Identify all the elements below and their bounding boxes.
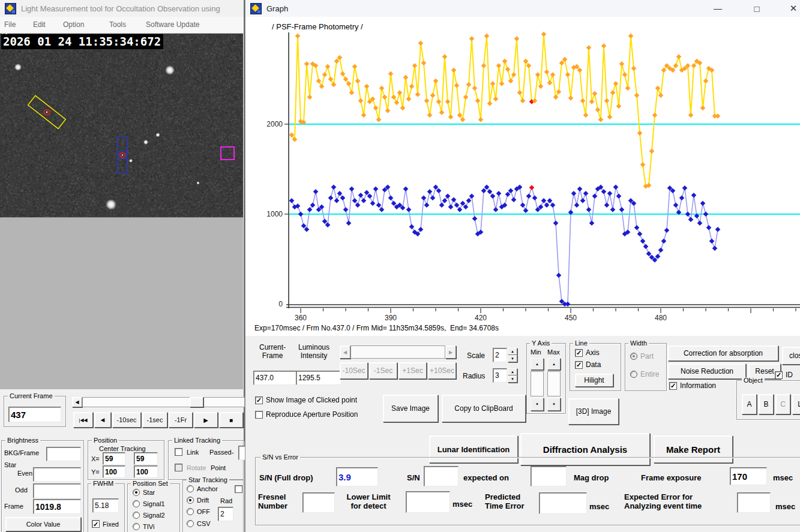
radio-csv[interactable] [187, 520, 194, 527]
minus-10sec-graph-button[interactable]: -10Sec [340, 362, 368, 379]
minus-1sec-graph-button[interactable]: -1Sec [369, 362, 397, 379]
graph-scrollbar-track[interactable] [350, 345, 445, 359]
frame-exposure-input[interactable]: 170 [730, 467, 767, 485]
data-checkbox[interactable]: ✓ [575, 361, 583, 369]
menu-item-tools[interactable]: Tools [109, 20, 126, 29]
expected-on-input[interactable] [531, 466, 567, 486]
background-aperture[interactable] [221, 147, 234, 160]
radius-down-spinner[interactable]: ▼ [508, 375, 517, 383]
rotate-checkbox[interactable] [175, 464, 182, 471]
plus-1sec-graph-button[interactable]: +1Sec [398, 362, 427, 379]
save-image-button[interactable]: Save Image [383, 395, 438, 422]
predicted-input[interactable] [539, 492, 587, 514]
bkg-frame-input[interactable] [46, 447, 81, 461]
ymax-down-spinner[interactable]: ▼ [547, 398, 561, 411]
show-image-checkbox[interactable]: ✓ [255, 396, 263, 404]
photometry-plot[interactable]: 010002000360390420450480 [245, 17, 800, 321]
maximize-button[interactable]: □ [748, 2, 766, 14]
reproduce-aperture-checkbox[interactable] [255, 411, 263, 419]
minus-1sec-button[interactable]: -1sec [142, 412, 167, 428]
lower-limit-input[interactable] [406, 491, 450, 513]
sn-input[interactable] [424, 466, 459, 486]
fresnel-label-1: Fresnel [258, 492, 287, 501]
anchor-extra-checkbox[interactable] [235, 485, 242, 493]
video-frame[interactable]: 2026 01 24 11:35:34:672 [0, 34, 243, 217]
id-checkbox[interactable]: ✓ [775, 371, 783, 379]
close-button[interactable]: close [782, 347, 800, 365]
tracking-radius-input[interactable]: 2 [218, 507, 233, 521]
ymin-down-spinner[interactable]: ▼ [531, 398, 544, 411]
ymin-up-spinner[interactable]: ▲ [531, 358, 544, 370]
object-l-button[interactable]: L [792, 394, 800, 414]
link-checkbox[interactable] [175, 448, 182, 456]
data-point [445, 99, 451, 104]
radius-input[interactable]: 3 [493, 368, 507, 383]
color-value-button[interactable]: Color Value [5, 517, 81, 531]
skip-start-button[interactable]: |◀◀ [73, 412, 93, 428]
part-radio-label: Part [640, 352, 654, 360]
axis-checkbox[interactable]: ✓ [575, 349, 583, 357]
fresnel-input[interactable] [302, 492, 335, 513]
information-checkbox[interactable]: ✓ [669, 382, 677, 390]
radio-anchor[interactable] [187, 485, 194, 492]
graph-scrollbar[interactable]: ◀ ▶ [340, 345, 456, 359]
hilight-button[interactable]: Hilight [575, 374, 613, 387]
close-window-button[interactable]: ✕ [784, 2, 800, 14]
data-point [382, 95, 388, 100]
data-point [388, 71, 394, 77]
correction-absorption-button[interactable]: Correction for absorption [668, 345, 778, 361]
main-titlebar[interactable]: Light Measurement tool for Occultation O… [0, 0, 244, 17]
graph-scroll-left-button[interactable]: ◀ [340, 345, 350, 359]
star-even-input[interactable] [33, 467, 81, 482]
stop-button[interactable]: ■ [219, 412, 243, 428]
menu-item-option[interactable]: Option [63, 20, 84, 29]
radio-off[interactable] [187, 508, 194, 515]
fixed-checkbox[interactable]: ✓ [92, 520, 100, 528]
graph-current-frame-input[interactable]: 437.0 [253, 371, 298, 385]
x-tracking-input[interactable]: 59 [134, 452, 158, 465]
part-radio[interactable] [630, 353, 637, 360]
minimize-button[interactable]: — [709, 2, 727, 14]
object-a-button[interactable]: A [742, 394, 757, 414]
plus-10sec-graph-button[interactable]: +10Sec [428, 362, 456, 379]
star-odd-input[interactable] [33, 483, 81, 498]
radio-tivi[interactable] [133, 523, 140, 530]
object-c-button[interactable]: C [775, 394, 790, 414]
entire-radio[interactable] [630, 371, 637, 378]
scrollbar-left-button[interactable]: ◀ [72, 397, 82, 407]
play-button[interactable]: ▶ [194, 412, 218, 428]
minus-1frame-button[interactable]: -1Fr [169, 412, 193, 428]
luminous-intensity-input[interactable]: 1295.5 [296, 371, 341, 385]
current-frame-input[interactable]: 437 [8, 407, 61, 422]
y-tracking-input[interactable]: 100 [134, 465, 158, 478]
scale-up-spinner[interactable]: ▲ [508, 348, 517, 355]
frame-brightness-input[interactable]: 1019.8 [33, 499, 81, 514]
expected-error-input[interactable] [737, 492, 771, 513]
ymax-up-spinner[interactable]: ▲ [547, 358, 561, 370]
graph-scroll-right-button[interactable]: ▶ [445, 345, 456, 359]
step-back-button[interactable]: ◀ [94, 412, 111, 428]
y-center-input[interactable]: 100 [103, 465, 125, 478]
object-b-button[interactable]: B [759, 394, 774, 414]
frame-scrollbar[interactable]: ◀ [72, 397, 245, 407]
noise-reduction-button[interactable]: Noise Reduction [668, 363, 746, 379]
sn-full-drop-input[interactable]: 3.9 [336, 467, 378, 486]
copy-clipboard-button[interactable]: Copy to ClipBoard [442, 395, 526, 422]
radio-drift[interactable] [187, 497, 194, 504]
scale-input[interactable]: 2 [493, 348, 507, 362]
scale-down-spinner[interactable]: ▼ [508, 355, 517, 362]
menu-item-software-update[interactable]: Software Update [146, 20, 199, 29]
menu-item-edit[interactable]: Edit [33, 20, 46, 29]
radius-up-spinner[interactable]: ▲ [508, 368, 517, 375]
3d-image-button[interactable]: [3D] Image [568, 398, 619, 425]
menu-item-file[interactable]: File [4, 20, 16, 29]
position-label: Position [92, 437, 119, 444]
frame-scrollbar-thumb[interactable] [190, 397, 203, 407]
frame-scrollbar-track[interactable] [82, 397, 245, 407]
x-center-input[interactable]: 59 [103, 452, 125, 465]
radio-star[interactable] [133, 489, 140, 496]
minus-10sec-button[interactable]: -10sec [112, 412, 141, 428]
radio-signal2[interactable] [133, 512, 140, 519]
radio-signal1[interactable] [133, 500, 140, 507]
fwhm-input[interactable]: 5.18 [92, 498, 119, 513]
